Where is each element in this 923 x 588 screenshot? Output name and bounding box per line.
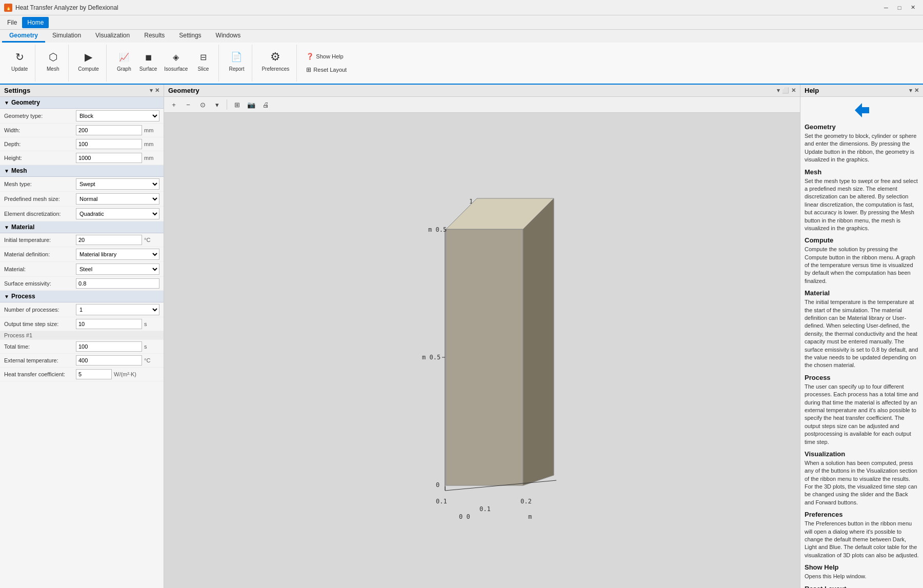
toolbar-sep1: [227, 99, 227, 110]
svg-text:0.1: 0.1: [436, 498, 447, 505]
width-input[interactable]: [76, 125, 142, 135]
tab-visualization[interactable]: Visualization: [88, 30, 137, 43]
svg-marker-16: [855, 103, 869, 117]
material-arrow: ▼: [4, 225, 9, 230]
ribbon-group-compute: ▶ Compute: [71, 45, 107, 82]
report-button[interactable]: 📄 Report: [225, 47, 248, 74]
print-button[interactable]: 🖨: [260, 99, 271, 110]
process1-label: Process #1: [0, 331, 164, 340]
help-mesh-text: Set the mesh type to swept or free and s…: [805, 177, 919, 233]
ribbon-group-update: ↻ Update: [4, 45, 35, 82]
section-mesh[interactable]: ▼ Mesh: [0, 165, 164, 177]
menu-file[interactable]: File: [2, 17, 22, 28]
graph-button[interactable]: 📈 Graph: [113, 47, 135, 74]
total-time-row: Total time: s: [0, 340, 164, 354]
mesh-icon: ⬡: [45, 49, 61, 65]
surface-emissivity-row: Surface emissivity:: [0, 277, 164, 291]
tab-results[interactable]: Results: [137, 30, 172, 43]
show-help-button[interactable]: ❓ Show Help: [303, 52, 346, 61]
heat-transfer-input[interactable]: [76, 369, 112, 379]
help-preferences-text: The Preferences button in the ribbon men…: [805, 520, 919, 559]
isosurface-button[interactable]: ◈ Isosurface: [161, 47, 191, 74]
compute-icon: ▶: [81, 49, 97, 65]
help-compute-title: Compute: [805, 236, 919, 244]
geo-viewport[interactable]: 1 m 0.5 0 0.1 0.1 0.2 0 0 m: [164, 113, 800, 588]
material-select[interactable]: Steel Aluminum Copper: [76, 263, 159, 275]
svg-text:m: m: [528, 513, 532, 520]
report-icon: 📄: [228, 49, 245, 65]
window-controls: ─ □ ✕: [880, 3, 919, 13]
help-reset-layout-title: Reset Layout: [805, 585, 919, 588]
help-panel: Help ▾ ✕ Geometry Set the geometry to bl…: [800, 85, 923, 588]
section-geometry[interactable]: ▼ Geometry: [0, 97, 164, 109]
initial-temp-input[interactable]: [76, 235, 142, 245]
geo-toolbar: + − ⊙ ▾ ⊞ 📷 🖨: [164, 97, 800, 113]
svg-text:m  0.5: m 0.5: [422, 354, 440, 361]
reset-layout-button[interactable]: ⊞ Reset Layout: [303, 65, 350, 74]
help-mesh-title: Mesh: [805, 168, 919, 176]
material-row: Material: Steel Aluminum Copper: [0, 262, 164, 277]
element-disc-select[interactable]: Quadratic Linear: [76, 208, 159, 219]
geometry-type-select[interactable]: Block Cylinder Sphere: [76, 110, 159, 121]
preferences-button[interactable]: ⚙ Preferences: [258, 47, 292, 74]
help-close[interactable]: ✕: [914, 87, 919, 94]
geometry-close[interactable]: ✕: [791, 87, 796, 94]
help-process-text: The user can specify up to four differen…: [805, 383, 919, 446]
help-arrow-icon: [855, 103, 869, 117]
geometry-panel: Geometry ▾ ⬜ ✕ + − ⊙ ▾ ⊞ 📷 🖨 1: [164, 85, 800, 588]
tab-windows[interactable]: Windows: [209, 30, 248, 43]
menu-bar: File Home: [0, 15, 923, 30]
section-material[interactable]: ▼ Material: [0, 221, 164, 233]
mesh-button[interactable]: ⬡ Mesh: [42, 47, 64, 74]
initial-temp-row: Initial temperature: °C: [0, 233, 164, 247]
geometry-pin[interactable]: ▾: [777, 87, 780, 94]
close-button[interactable]: ✕: [907, 3, 919, 13]
minimize-button[interactable]: ─: [880, 3, 892, 13]
zoom-fit-button[interactable]: ⊙: [197, 99, 208, 110]
ribbon-group-prefs: ⚙ Preferences: [254, 45, 297, 82]
reset-icon: ⊞: [306, 66, 311, 73]
app-title: Heat Transfer Analyzer by Deflexional: [15, 4, 118, 11]
settings-close[interactable]: ✕: [155, 87, 159, 94]
help-pin[interactable]: ▾: [909, 87, 912, 94]
help-visualization-text: When a solution has been computed, press…: [805, 459, 919, 506]
num-processes-select[interactable]: 1 2 3 4: [76, 304, 159, 315]
ribbon-group-mesh: ⬡ Mesh: [37, 45, 69, 82]
settings-content: ▼ Geometry Geometry type: Block Cylinder…: [0, 97, 164, 588]
tab-settings[interactable]: Settings: [172, 30, 208, 43]
height-input[interactable]: [76, 153, 142, 163]
settings-header: Settings ▾ ✕: [0, 85, 164, 97]
grid-button[interactable]: ⊞: [231, 99, 243, 110]
compute-button[interactable]: ▶ Compute: [75, 47, 102, 74]
update-button[interactable]: ↻ Update: [8, 47, 31, 74]
slice-button[interactable]: ⊟ Slice: [192, 47, 214, 74]
section-process[interactable]: ▼ Process: [0, 291, 164, 302]
mesh-size-select[interactable]: Normal Fine Coarse: [76, 193, 159, 205]
material-def-select[interactable]: Material library User-defined: [76, 249, 159, 260]
heat-transfer-row: Heat transfer coefficient: W/(m²·K): [0, 368, 164, 381]
surface-emissivity-input[interactable]: [76, 278, 159, 289]
help-show-help-title: Show Help: [805, 563, 919, 571]
maximize-button[interactable]: □: [893, 3, 906, 13]
geometry-expand[interactable]: ⬜: [782, 87, 789, 94]
zoom-out-button[interactable]: −: [183, 99, 194, 110]
output-step-row: Output time step size: s: [0, 317, 164, 331]
settings-pin[interactable]: ▾: [150, 87, 153, 94]
total-time-input[interactable]: [76, 341, 142, 352]
process-arrow: ▼: [4, 294, 9, 299]
mesh-type-select[interactable]: Swept Free: [76, 178, 159, 190]
surface-button[interactable]: ◼ Surface: [136, 47, 160, 74]
height-row: Height: mm: [0, 151, 164, 165]
output-step-input[interactable]: [76, 319, 142, 329]
menu-home[interactable]: Home: [22, 17, 49, 28]
external-temp-input[interactable]: [76, 355, 142, 366]
zoom-in-button[interactable]: +: [168, 99, 179, 110]
zoom-dropdown-button[interactable]: ▾: [211, 99, 223, 110]
tab-simulation[interactable]: Simulation: [45, 30, 88, 43]
app-icon: 🔥: [4, 4, 12, 12]
ribbon-group-report: 📄 Report: [221, 45, 252, 82]
tab-geometry[interactable]: Geometry: [2, 30, 45, 43]
camera-button[interactable]: 📷: [246, 99, 257, 110]
depth-input[interactable]: [76, 139, 142, 149]
ribbon-content: ↻ Update ⬡ Mesh ▶ Compute 📈 Graph: [0, 43, 923, 84]
